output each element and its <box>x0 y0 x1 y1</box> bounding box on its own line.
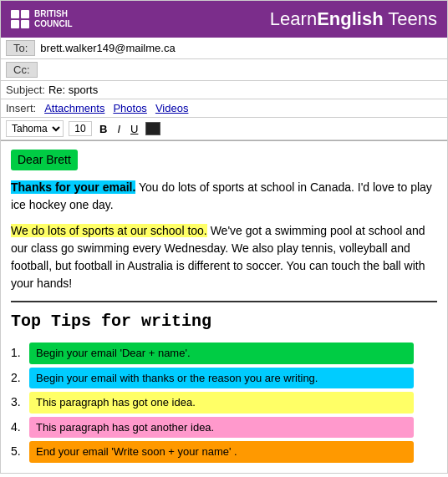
tip-tag: End your email 'Write soon + your name' … <box>29 441 414 463</box>
bold-button[interactable]: B <box>97 122 109 136</box>
font-size-input[interactable] <box>69 121 92 136</box>
tip-tag: This paragraph has got another idea. <box>29 417 414 439</box>
tips-title: Top Tips for writing <box>11 309 437 334</box>
tip-num: 5. <box>11 443 24 460</box>
logo-sq-2 <box>21 10 29 18</box>
underline-button[interactable]: U <box>128 122 140 136</box>
tips-section: Top Tips for writing 1. Begin your email… <box>11 301 437 463</box>
tip-item: 4. This paragraph has got another idea. <box>11 417 437 439</box>
photos-link[interactable]: Photos <box>113 102 146 114</box>
tip-tag: Begin your email with thanks or the reas… <box>29 368 414 389</box>
cc-row: Cc: <box>1 59 447 81</box>
to-value: brett.walker149@mailme.ca <box>40 42 175 54</box>
italic-button[interactable]: I <box>115 122 123 136</box>
insert-label: Insert: <box>6 102 36 114</box>
tip-item: 5. End your email 'Write soon + your nam… <box>11 441 437 463</box>
to-label: To: <box>6 40 35 56</box>
subject-label: Subject: <box>6 84 45 96</box>
tip-item: 2. Begin your email with thanks or the r… <box>11 368 437 389</box>
greeting-tag: Dear Brett <box>11 150 78 170</box>
cc-label: Cc: <box>6 62 38 78</box>
subject-row: Subject: Re: sports <box>1 81 447 99</box>
to-row: To: brett.walker149@mailme.ca <box>1 38 447 59</box>
paragraph-1: Thanks for your email. You do lots of sp… <box>11 179 437 214</box>
greeting-block: Dear Brett <box>11 150 437 179</box>
tip-tag: Begin your email 'Dear + name'. <box>29 343 414 364</box>
text-color-swatch[interactable] <box>145 122 160 135</box>
logo-text: BRITISH COUNCIL <box>34 9 73 29</box>
email-body: Dear Brett Thanks for your email. You do… <box>1 141 447 473</box>
videos-link[interactable]: Videos <box>155 102 189 114</box>
logo-squares <box>11 10 29 28</box>
tip-item: 3. This paragraph has got one idea. <box>11 392 437 414</box>
logo-sq-4 <box>21 20 29 28</box>
font-family-select[interactable]: Tahoma <box>6 120 64 137</box>
paragraph-2: We do lots of sports at our school too. … <box>11 222 437 292</box>
tip-num: 1. <box>11 344 24 362</box>
attachments-link[interactable]: Attachments <box>44 102 104 114</box>
para1-highlight: Thanks for your email. <box>11 180 135 194</box>
tip-num: 3. <box>11 393 24 411</box>
format-toolbar: Tahoma B I U <box>1 118 447 140</box>
tips-list: 1. Begin your email 'Dear + name'.2. Beg… <box>11 343 437 463</box>
para2-highlight: We do lots of sports at our school too. <box>11 224 207 237</box>
logo-sq-3 <box>11 20 19 28</box>
tip-num: 2. <box>11 369 24 387</box>
tip-tag: This paragraph has got one idea. <box>29 392 414 414</box>
site-title: LearnEnglish Teens <box>270 8 437 30</box>
insert-row: Insert: Attachments Photos Videos <box>1 99 447 118</box>
site-header: BRITISH COUNCIL LearnEnglish Teens <box>1 1 447 38</box>
british-council-logo: BRITISH COUNCIL <box>11 9 73 29</box>
tip-num: 4. <box>11 419 24 436</box>
logo-sq-1 <box>11 10 19 18</box>
tip-item: 1. Begin your email 'Dear + name'. <box>11 343 437 364</box>
subject-value: Re: sports <box>48 84 98 96</box>
email-form: To: brett.walker149@mailme.ca Cc: Subjec… <box>1 38 447 141</box>
